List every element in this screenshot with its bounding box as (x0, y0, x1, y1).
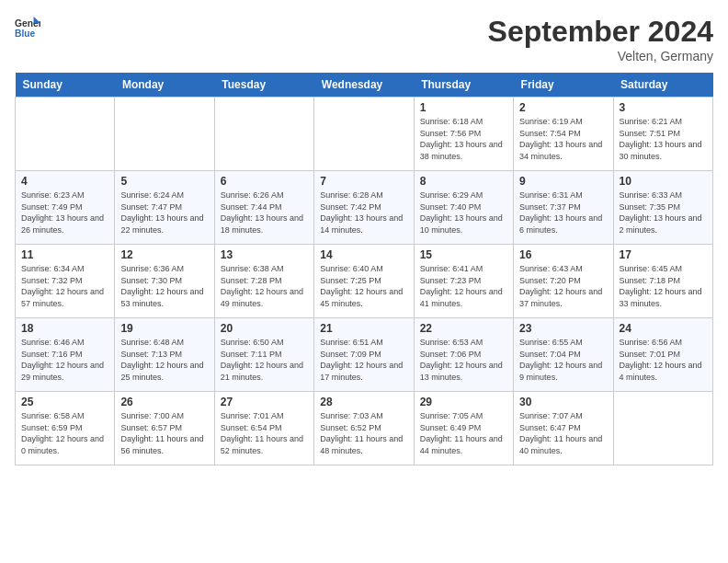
calendar-cell: 29 Sunrise: 7:05 AM Sunset: 6:49 PM Dayl… (414, 392, 513, 465)
sunrise-text: Sunrise: 7:01 AM (221, 411, 284, 420)
calendar-cell: 26 Sunrise: 7:00 AM Sunset: 6:57 PM Dayl… (115, 392, 214, 465)
sunrise-text: Sunrise: 6:40 AM (320, 264, 383, 273)
calendar-cell (613, 392, 712, 465)
daylight-text: Daylight: 11 hours and 56 minutes. (120, 434, 203, 455)
sunrise-text: Sunrise: 6:36 AM (120, 264, 184, 273)
calendar-cell: 25 Sunrise: 6:58 AM Sunset: 6:59 PM Dayl… (16, 392, 115, 465)
calendar-cell: 2 Sunrise: 6:19 AM Sunset: 7:54 PM Dayli… (514, 98, 613, 171)
sunrise-text: Sunrise: 6:21 AM (620, 117, 683, 126)
day-number: 7 (320, 175, 407, 188)
week-row-1: 1 Sunrise: 6:18 AM Sunset: 7:56 PM Dayli… (16, 98, 713, 171)
sunset-text: Sunset: 7:54 PM (519, 129, 581, 138)
calendar-cell: 10 Sunrise: 6:33 AM Sunset: 7:35 PM Dayl… (613, 171, 712, 245)
calendar-cell: 9 Sunrise: 6:31 AM Sunset: 7:37 PM Dayli… (514, 171, 613, 245)
sunset-text: Sunset: 7:47 PM (120, 202, 182, 212)
sunset-text: Sunset: 6:52 PM (320, 423, 381, 432)
calendar-cell: 24 Sunrise: 6:56 AM Sunset: 7:01 PM Dayl… (613, 318, 712, 392)
sunset-text: Sunset: 7:04 PM (519, 350, 581, 359)
day-number: 14 (320, 248, 407, 261)
sunrise-text: Sunrise: 6:56 AM (620, 338, 683, 347)
day-info: Sunrise: 6:29 AM Sunset: 7:40 PM Dayligh… (420, 190, 507, 236)
calendar-body: 1 Sunrise: 6:18 AM Sunset: 7:56 PM Dayli… (16, 98, 713, 465)
sunrise-text: Sunrise: 6:18 AM (420, 117, 483, 126)
calendar-cell: 23 Sunrise: 6:55 AM Sunset: 7:04 PM Dayl… (514, 318, 613, 392)
sunset-text: Sunset: 7:37 PM (519, 202, 581, 212)
calendar-cell: 14 Sunrise: 6:40 AM Sunset: 7:25 PM Dayl… (314, 245, 414, 318)
day-info: Sunrise: 6:19 AM Sunset: 7:54 PM Dayligh… (519, 116, 607, 162)
daylight-text: Daylight: 12 hours and 13 minutes. (420, 361, 503, 382)
week-row-2: 4 Sunrise: 6:23 AM Sunset: 7:49 PM Dayli… (16, 171, 713, 245)
calendar-cell: 28 Sunrise: 7:03 AM Sunset: 6:52 PM Dayl… (314, 392, 414, 465)
day-info: Sunrise: 6:34 AM Sunset: 7:32 PM Dayligh… (21, 263, 108, 309)
calendar-cell: 11 Sunrise: 6:34 AM Sunset: 7:32 PM Dayl… (16, 245, 115, 318)
day-number: 23 (519, 322, 607, 335)
day-number: 19 (120, 322, 208, 335)
daylight-text: Daylight: 12 hours and 9 minutes. (519, 361, 602, 382)
daylight-text: Daylight: 11 hours and 48 minutes. (320, 434, 403, 455)
day-number: 10 (620, 175, 707, 188)
day-info: Sunrise: 6:51 AM Sunset: 7:09 PM Dayligh… (320, 337, 407, 383)
daylight-text: Daylight: 12 hours and 49 minutes. (221, 287, 303, 308)
logo-icon: General Blue (15, 15, 40, 40)
day-number: 16 (519, 248, 607, 261)
daylight-text: Daylight: 13 hours and 26 minutes. (21, 213, 104, 235)
col-sunday: Sunday (16, 73, 115, 98)
daylight-text: Daylight: 12 hours and 0 minutes. (21, 434, 104, 455)
day-number: 27 (221, 396, 308, 408)
title-area: September 2024 Velten, Germany (488, 15, 713, 63)
sunrise-text: Sunrise: 6:41 AM (420, 264, 483, 273)
sunrise-text: Sunrise: 7:07 AM (519, 411, 583, 420)
daylight-text: Daylight: 12 hours and 45 minutes. (320, 287, 403, 308)
calendar-cell: 22 Sunrise: 6:53 AM Sunset: 7:06 PM Dayl… (414, 318, 513, 392)
daylight-text: Daylight: 11 hours and 44 minutes. (420, 434, 503, 455)
sunrise-text: Sunrise: 6:48 AM (120, 338, 184, 347)
day-info: Sunrise: 6:53 AM Sunset: 7:06 PM Dayligh… (420, 337, 507, 383)
day-number: 1 (420, 101, 507, 114)
sunset-text: Sunset: 6:47 PM (519, 423, 581, 432)
sunrise-text: Sunrise: 6:50 AM (221, 338, 284, 347)
daylight-text: Daylight: 13 hours and 2 minutes. (620, 213, 702, 235)
sunrise-text: Sunrise: 6:46 AM (21, 338, 85, 347)
day-info: Sunrise: 6:23 AM Sunset: 7:49 PM Dayligh… (21, 190, 108, 236)
day-info: Sunrise: 6:58 AM Sunset: 6:59 PM Dayligh… (21, 410, 108, 456)
sunrise-text: Sunrise: 6:53 AM (420, 338, 483, 347)
calendar-cell (16, 98, 115, 171)
sunset-text: Sunset: 7:13 PM (120, 350, 182, 359)
day-info: Sunrise: 6:38 AM Sunset: 7:28 PM Dayligh… (221, 263, 308, 309)
sunset-text: Sunset: 7:16 PM (21, 350, 83, 359)
day-info: Sunrise: 6:18 AM Sunset: 7:56 PM Dayligh… (420, 116, 507, 162)
day-info: Sunrise: 6:55 AM Sunset: 7:04 PM Dayligh… (519, 337, 607, 383)
daylight-text: Daylight: 12 hours and 53 minutes. (120, 287, 203, 308)
day-number: 26 (120, 396, 208, 408)
daylight-text: Daylight: 11 hours and 40 minutes. (519, 434, 602, 455)
sunset-text: Sunset: 7:11 PM (221, 350, 282, 359)
day-info: Sunrise: 7:05 AM Sunset: 6:49 PM Dayligh… (420, 410, 507, 456)
calendar-cell: 18 Sunrise: 6:46 AM Sunset: 7:16 PM Dayl… (16, 318, 115, 392)
week-row-5: 25 Sunrise: 6:58 AM Sunset: 6:59 PM Dayl… (16, 392, 713, 465)
calendar-cell: 19 Sunrise: 6:48 AM Sunset: 7:13 PM Dayl… (115, 318, 214, 392)
day-number: 18 (21, 322, 108, 335)
daylight-text: Daylight: 12 hours and 33 minutes. (620, 287, 702, 308)
calendar-cell: 15 Sunrise: 6:41 AM Sunset: 7:23 PM Dayl… (414, 245, 513, 318)
day-number: 24 (620, 322, 707, 335)
sunset-text: Sunset: 6:49 PM (420, 423, 482, 432)
calendar-cell: 1 Sunrise: 6:18 AM Sunset: 7:56 PM Dayli… (414, 98, 513, 171)
day-number: 4 (21, 175, 108, 188)
sunrise-text: Sunrise: 6:43 AM (519, 264, 583, 273)
sunset-text: Sunset: 7:25 PM (320, 276, 381, 285)
sunset-text: Sunset: 7:23 PM (420, 276, 482, 285)
day-number: 22 (420, 322, 507, 335)
day-number: 15 (420, 248, 507, 261)
day-info: Sunrise: 6:45 AM Sunset: 7:18 PM Dayligh… (620, 263, 707, 309)
sunset-text: Sunset: 7:32 PM (21, 276, 83, 285)
calendar-subtitle: Velten, Germany (488, 49, 713, 63)
sunset-text: Sunset: 7:44 PM (221, 202, 282, 212)
day-info: Sunrise: 6:28 AM Sunset: 7:42 PM Dayligh… (320, 190, 407, 236)
day-info: Sunrise: 6:46 AM Sunset: 7:16 PM Dayligh… (21, 337, 108, 383)
sunrise-text: Sunrise: 6:26 AM (221, 190, 284, 200)
day-info: Sunrise: 6:43 AM Sunset: 7:20 PM Dayligh… (519, 263, 607, 309)
sunrise-text: Sunrise: 6:51 AM (320, 338, 383, 347)
day-number: 17 (620, 248, 707, 261)
daylight-text: Daylight: 13 hours and 18 minutes. (221, 213, 303, 235)
sunrise-text: Sunrise: 7:05 AM (420, 411, 483, 420)
